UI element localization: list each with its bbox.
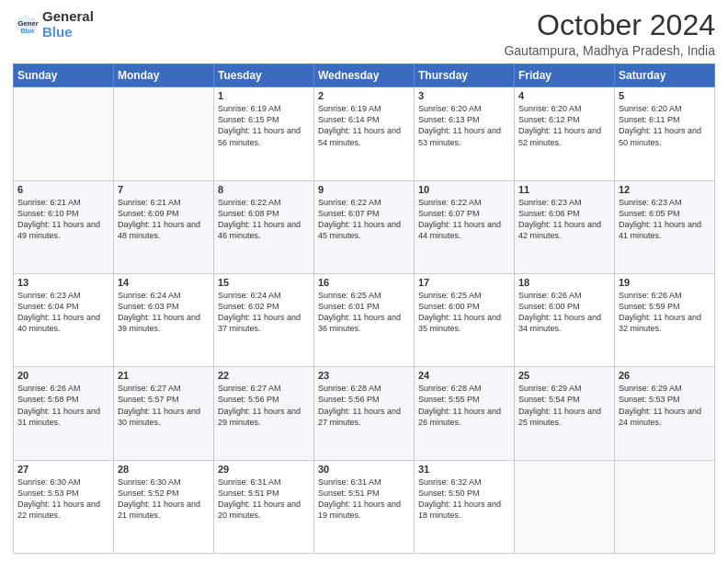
day-number: 17 xyxy=(418,277,510,288)
calendar-week-5: 27Sunrise: 6:30 AMSunset: 5:53 PMDayligh… xyxy=(14,460,715,553)
day-number: 16 xyxy=(318,277,410,288)
calendar-week-3: 13Sunrise: 6:23 AMSunset: 6:04 PMDayligh… xyxy=(14,273,715,366)
logo-icon: General Blue xyxy=(13,12,39,38)
cell-info: Sunrise: 6:28 AMSunset: 5:55 PMDaylight:… xyxy=(418,383,510,428)
logo-text-general: General xyxy=(42,9,94,25)
svg-text:General: General xyxy=(18,19,39,28)
calendar-cell: 11Sunrise: 6:23 AMSunset: 6:06 PMDayligh… xyxy=(515,180,615,273)
cell-info: Sunrise: 6:22 AMSunset: 6:07 PMDaylight:… xyxy=(418,197,510,242)
calendar-cell: 7Sunrise: 6:21 AMSunset: 6:09 PMDaylight… xyxy=(114,180,214,273)
cell-info: Sunrise: 6:27 AMSunset: 5:57 PMDaylight:… xyxy=(118,383,210,428)
calendar-cell: 12Sunrise: 6:23 AMSunset: 6:05 PMDayligh… xyxy=(615,180,715,273)
calendar-cell: 10Sunrise: 6:22 AMSunset: 6:07 PMDayligh… xyxy=(415,180,515,273)
day-number: 11 xyxy=(518,184,610,195)
title-block: October 2024 Gautampura, Madhya Pradesh,… xyxy=(504,9,715,58)
calendar-cell: 13Sunrise: 6:23 AMSunset: 6:04 PMDayligh… xyxy=(14,273,114,366)
day-number: 24 xyxy=(418,370,510,381)
day-number: 21 xyxy=(118,370,210,381)
cell-info: Sunrise: 6:20 AMSunset: 6:11 PMDaylight:… xyxy=(619,103,711,148)
day-number: 14 xyxy=(118,277,210,288)
day-number: 25 xyxy=(518,370,610,381)
day-number: 13 xyxy=(17,277,109,288)
calendar-cell: 4Sunrise: 6:20 AMSunset: 6:12 PMDaylight… xyxy=(515,87,615,180)
day-number: 28 xyxy=(118,464,210,475)
calendar-header-monday: Monday xyxy=(114,64,214,87)
calendar-cell: 6Sunrise: 6:21 AMSunset: 6:10 PMDaylight… xyxy=(14,180,114,273)
cell-info: Sunrise: 6:27 AMSunset: 5:56 PMDaylight:… xyxy=(218,383,310,428)
calendar-cell: 3Sunrise: 6:20 AMSunset: 6:13 PMDaylight… xyxy=(415,87,515,180)
cell-info: Sunrise: 6:26 AMSunset: 6:00 PMDaylight:… xyxy=(518,290,610,335)
cell-info: Sunrise: 6:20 AMSunset: 6:12 PMDaylight:… xyxy=(518,103,610,148)
main-title: October 2024 xyxy=(504,9,715,41)
day-number: 22 xyxy=(218,370,310,381)
calendar-cell: 26Sunrise: 6:29 AMSunset: 5:53 PMDayligh… xyxy=(615,367,715,460)
calendar-cell: 14Sunrise: 6:24 AMSunset: 6:03 PMDayligh… xyxy=(114,273,214,366)
calendar-week-4: 20Sunrise: 6:26 AMSunset: 5:58 PMDayligh… xyxy=(14,367,715,460)
calendar-cell: 28Sunrise: 6:30 AMSunset: 5:52 PMDayligh… xyxy=(114,460,214,553)
cell-info: Sunrise: 6:25 AMSunset: 6:01 PMDaylight:… xyxy=(318,290,410,335)
day-number: 15 xyxy=(218,277,310,288)
calendar-cell: 25Sunrise: 6:29 AMSunset: 5:54 PMDayligh… xyxy=(515,367,615,460)
calendar-header-tuesday: Tuesday xyxy=(214,64,314,87)
day-number: 29 xyxy=(218,464,310,475)
cell-info: Sunrise: 6:29 AMSunset: 5:53 PMDaylight:… xyxy=(619,383,711,428)
calendar-header-saturday: Saturday xyxy=(615,64,715,87)
cell-info: Sunrise: 6:20 AMSunset: 6:13 PMDaylight:… xyxy=(418,103,510,148)
cell-info: Sunrise: 6:30 AMSunset: 5:52 PMDaylight:… xyxy=(118,477,210,522)
calendar-cell: 15Sunrise: 6:24 AMSunset: 6:02 PMDayligh… xyxy=(214,273,314,366)
cell-info: Sunrise: 6:22 AMSunset: 6:07 PMDaylight:… xyxy=(318,197,410,242)
calendar-cell: 9Sunrise: 6:22 AMSunset: 6:07 PMDaylight… xyxy=(314,180,415,273)
day-number: 3 xyxy=(418,90,510,101)
calendar-cell: 17Sunrise: 6:25 AMSunset: 6:00 PMDayligh… xyxy=(415,273,515,366)
cell-info: Sunrise: 6:21 AMSunset: 6:10 PMDaylight:… xyxy=(17,197,109,242)
calendar-cell: 23Sunrise: 6:28 AMSunset: 5:56 PMDayligh… xyxy=(314,367,415,460)
calendar-cell xyxy=(114,87,214,180)
calendar-cell: 1Sunrise: 6:19 AMSunset: 6:15 PMDaylight… xyxy=(214,87,314,180)
calendar-cell: 27Sunrise: 6:30 AMSunset: 5:53 PMDayligh… xyxy=(14,460,114,553)
calendar-cell: 19Sunrise: 6:26 AMSunset: 5:59 PMDayligh… xyxy=(615,273,715,366)
day-number: 5 xyxy=(619,90,711,101)
calendar-cell: 18Sunrise: 6:26 AMSunset: 6:00 PMDayligh… xyxy=(515,273,615,366)
calendar-cell: 24Sunrise: 6:28 AMSunset: 5:55 PMDayligh… xyxy=(415,367,515,460)
logo-text-blue: Blue xyxy=(42,25,94,40)
header: General Blue General Blue October 2024 G… xyxy=(13,9,715,58)
cell-info: Sunrise: 6:24 AMSunset: 6:02 PMDaylight:… xyxy=(218,290,310,335)
day-number: 8 xyxy=(218,184,310,195)
day-number: 4 xyxy=(518,90,610,101)
calendar-table: SundayMondayTuesdayWednesdayThursdayFrid… xyxy=(13,63,715,554)
cell-info: Sunrise: 6:26 AMSunset: 5:59 PMDaylight:… xyxy=(619,290,711,335)
calendar-cell xyxy=(515,460,615,553)
day-number: 6 xyxy=(17,184,109,195)
calendar-cell: 31Sunrise: 6:32 AMSunset: 5:50 PMDayligh… xyxy=(415,460,515,553)
logo: General Blue General Blue xyxy=(13,9,94,40)
calendar-week-1: 1Sunrise: 6:19 AMSunset: 6:15 PMDaylight… xyxy=(14,87,715,180)
day-number: 12 xyxy=(619,184,711,195)
calendar-cell: 2Sunrise: 6:19 AMSunset: 6:14 PMDaylight… xyxy=(314,87,415,180)
day-number: 26 xyxy=(619,370,711,381)
calendar-cell xyxy=(615,460,715,553)
subtitle: Gautampura, Madhya Pradesh, India xyxy=(504,43,715,58)
cell-info: Sunrise: 6:25 AMSunset: 6:00 PMDaylight:… xyxy=(418,290,510,335)
day-number: 27 xyxy=(17,464,109,475)
day-number: 10 xyxy=(418,184,510,195)
svg-text:Blue: Blue xyxy=(20,28,34,34)
cell-info: Sunrise: 6:23 AMSunset: 6:04 PMDaylight:… xyxy=(17,290,109,335)
cell-info: Sunrise: 6:28 AMSunset: 5:56 PMDaylight:… xyxy=(318,383,410,428)
cell-info: Sunrise: 6:22 AMSunset: 6:08 PMDaylight:… xyxy=(218,197,310,242)
calendar-header-friday: Friday xyxy=(515,64,615,87)
cell-info: Sunrise: 6:23 AMSunset: 6:05 PMDaylight:… xyxy=(619,197,711,242)
cell-info: Sunrise: 6:29 AMSunset: 5:54 PMDaylight:… xyxy=(518,383,610,428)
page: General Blue General Blue October 2024 G… xyxy=(0,0,728,563)
day-number: 1 xyxy=(218,90,310,101)
cell-info: Sunrise: 6:31 AMSunset: 5:51 PMDaylight:… xyxy=(318,477,410,522)
cell-info: Sunrise: 6:21 AMSunset: 6:09 PMDaylight:… xyxy=(118,197,210,242)
calendar-header-thursday: Thursday xyxy=(415,64,515,87)
calendar-cell: 21Sunrise: 6:27 AMSunset: 5:57 PMDayligh… xyxy=(114,367,214,460)
calendar-header-row: SundayMondayTuesdayWednesdayThursdayFrid… xyxy=(14,64,715,87)
calendar-cell: 20Sunrise: 6:26 AMSunset: 5:58 PMDayligh… xyxy=(14,367,114,460)
calendar-header-wednesday: Wednesday xyxy=(314,64,415,87)
calendar-cell: 5Sunrise: 6:20 AMSunset: 6:11 PMDaylight… xyxy=(615,87,715,180)
cell-info: Sunrise: 6:24 AMSunset: 6:03 PMDaylight:… xyxy=(118,290,210,335)
calendar-week-2: 6Sunrise: 6:21 AMSunset: 6:10 PMDaylight… xyxy=(14,180,715,273)
day-number: 23 xyxy=(318,370,410,381)
